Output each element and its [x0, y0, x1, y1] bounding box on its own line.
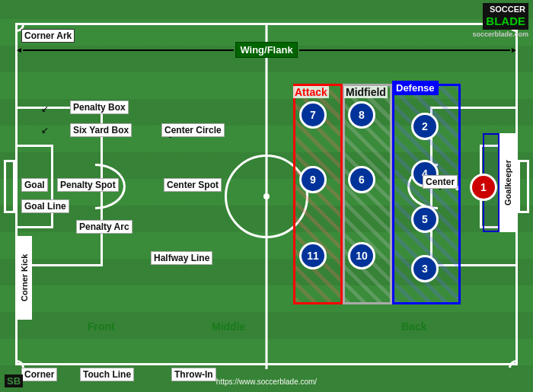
- logo-blade: BLADE: [486, 14, 525, 27]
- center-spot-shape: [263, 193, 270, 199]
- defense-label: Defense: [392, 81, 439, 94]
- player-9: 9: [299, 166, 327, 193]
- url-label: https://www.soccerblade.com/: [216, 378, 317, 386]
- wing-flank-label: Wing/Flank: [235, 42, 297, 58]
- player-2: 2: [411, 113, 439, 140]
- goal-line-label: ◄ Goal Line: [21, 202, 29, 210]
- goalkeeper-label: Goalkeeper: [499, 133, 516, 232]
- player-6: 6: [348, 166, 375, 193]
- midfield-label: Midfield: [344, 85, 388, 99]
- player-5: 5: [411, 206, 439, 233]
- middle-label: Middle: [212, 320, 245, 333]
- player-11: 11: [299, 242, 327, 269]
- player-8: 8: [348, 101, 375, 129]
- player-3: 3: [411, 255, 439, 282]
- halfway-line-label: Halfway Line ►: [151, 251, 158, 265]
- back-label: Back: [401, 320, 426, 333]
- player-10: 10: [348, 242, 375, 269]
- goal-label: ◄ Goal: [21, 180, 29, 189]
- front-label: Front: [88, 320, 115, 333]
- logo: SOCCER BLADE soccerblade.com: [472, 3, 528, 38]
- logo-soccer: SOCCER: [490, 5, 525, 14]
- penalty-spot-label: ◄ Penalty Spot: [57, 180, 65, 189]
- wing-flank-bar: ◄ Wing/Flank ►: [15, 42, 518, 58]
- center-spot-label: ◄ Center Spot: [164, 180, 171, 189]
- soccer-field: SOCCER BLADE soccerblade.com Corner Ark: [0, 0, 533, 392]
- watermark-sb: SB: [5, 374, 23, 387]
- center-label: ▲ Center ▼: [436, 175, 444, 192]
- right-goal: [518, 160, 529, 213]
- player-1: 1: [470, 174, 497, 201]
- player-7: 7: [299, 101, 327, 129]
- attack-label: Attack: [293, 85, 329, 99]
- penalty-arc-label: ◄ Penalty Arc: [76, 222, 84, 231]
- left-goal: [4, 160, 15, 213]
- corner-kick-label: Corner Kick: [17, 236, 32, 320]
